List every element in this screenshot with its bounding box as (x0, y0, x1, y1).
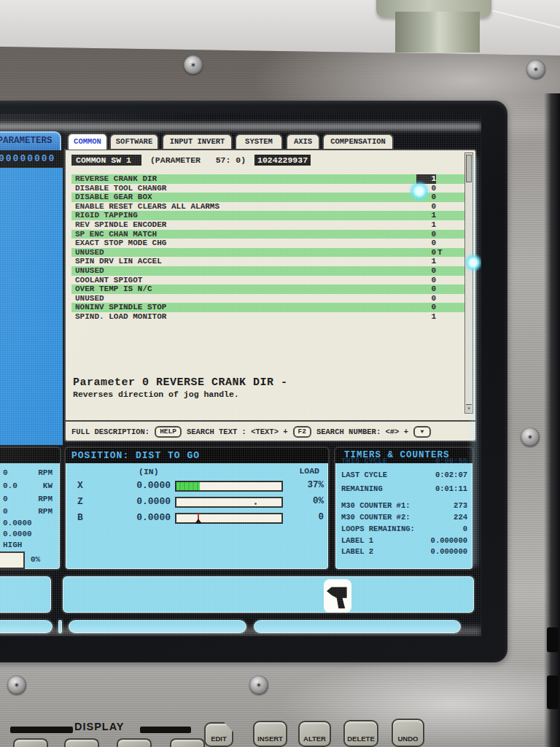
display-key[interactable] (170, 738, 205, 747)
param-value: 0 (385, 285, 436, 294)
spindle-panel: 0RPM 0.0KW 0RPM 0RPM 0.0000 0.0000 HIGH … (0, 446, 61, 570)
param-label: SPIND. LOAD MONITOR (75, 312, 166, 321)
spindle-load-meter (0, 551, 25, 569)
light-reflection (409, 181, 429, 201)
screw-icon: ✶ (526, 60, 545, 79)
param-row[interactable]: ENABLE RESET CLEARS ALL ALARMS0 (71, 202, 471, 212)
param-label: EXACT STOP MODE CHG (75, 239, 166, 247)
screw-icon: ✶ (7, 676, 26, 694)
timer-value: 224 (454, 513, 467, 522)
tab-axis[interactable]: AXIS (286, 133, 320, 149)
param-row[interactable]: SPIN DRV LIN ACCEL1 (71, 257, 471, 266)
param-row[interactable]: COOLANT SPIGOT0 (71, 276, 471, 285)
tab-common[interactable]: COMMON (67, 133, 108, 150)
timer-label: THIS CYCLE (341, 457, 387, 465)
input-bar[interactable] (61, 575, 475, 614)
tab-system[interactable]: SYSTEM (235, 133, 283, 149)
param-row[interactable]: SPIND. LOAD MONITOR1 (71, 312, 471, 322)
timer-label: M30 COUNTER #1: (341, 501, 411, 510)
spindle-value: 0.0000 (3, 519, 32, 527)
param-row[interactable]: NONINV SPINDLE STOP0 (71, 303, 471, 312)
spindle-unit: RPM (38, 468, 52, 477)
axis-letter: X (77, 480, 83, 491)
param-row[interactable]: REVERSE CRANK DIR1 (71, 174, 471, 184)
param-row[interactable]: UNUSED0 (71, 266, 471, 276)
spindle-row: 0.0000 (0, 530, 60, 541)
param-note: T (438, 248, 452, 258)
search-number-label: SEARCH NUMBER: <#> + (316, 427, 408, 436)
timer-row: LAST CYCLE0:02:07 (335, 471, 472, 481)
param-row[interactable]: UNUSED0 (71, 294, 471, 303)
spindle-value: 0.0000 (3, 530, 32, 538)
load-bar-fill (176, 482, 200, 490)
param-value: 1 (385, 312, 436, 322)
position-panel: POSITION: DIST TO GO (IN) LOAD X 0.0000 … (64, 446, 330, 570)
axis-row-b: B 0.0000 0 (66, 512, 328, 527)
alter-key[interactable]: ALTER (298, 721, 331, 747)
undo-key[interactable]: UNDO (392, 719, 424, 747)
param-label: ENABLE RESET CLEARS ALL ALARMS (75, 202, 219, 211)
param-label: NONINV SPINDLE STOP (75, 303, 166, 311)
timer-row: LABEL 10.000000 (335, 536, 472, 546)
param-row[interactable]: UNUSED0T (71, 248, 471, 258)
drill-icon-glyph (327, 584, 349, 608)
screw-icon: ✶ (184, 55, 203, 74)
timer-value: 0:00:55 (435, 457, 467, 465)
axis-row-x: X 0.0000 37% (66, 480, 328, 495)
load-marker (198, 514, 199, 522)
display-key[interactable] (117, 738, 152, 747)
param-row[interactable]: EXACT STOP MODE CHG0 (71, 239, 471, 248)
cnc-pendant: ✶ ✶ ✶ ✶ ✶ PARAMETERS 00000000 0RPM 0.0KW… (0, 0, 560, 747)
load-header: LOAD (299, 466, 319, 476)
param-info: (PARAMETER 57: 0) (150, 155, 246, 165)
mounting-pole (395, 12, 480, 53)
spindle-unit: RPM (38, 507, 52, 516)
backlight-glow (0, 123, 481, 130)
parameter-window-header: COMMON SW 1 (PARAMETER 57: 0) 1024229937 (71, 154, 311, 166)
timer-row: REMAINING0:01:11 (335, 484, 472, 495)
axis-value: 0.0000 (104, 480, 171, 491)
insert-key[interactable]: INSERT (253, 721, 287, 747)
drill-icon (324, 579, 351, 613)
timer-value: 0 (463, 525, 467, 533)
full-description-label: FULL DESCRIPTION: (71, 427, 149, 436)
param-row[interactable]: OVER TEMP IS N/C0 (71, 285, 471, 294)
units-header: (IN) (139, 467, 159, 476)
tab-compensation[interactable]: COMPENSATION (322, 133, 394, 149)
edge-connector (547, 676, 559, 709)
spindle-unit: RPM (38, 495, 52, 503)
search-text-label: SEARCH TEXT : <TEXT> + (187, 427, 288, 436)
timer-value: 0:02:07 (435, 471, 467, 479)
param-label: UNUSED (75, 294, 104, 303)
display-key[interactable] (13, 738, 48, 747)
timer-row: M30 COUNTER #2:224 (335, 513, 472, 523)
param-value: 1 (385, 257, 436, 266)
param-label: DISABLE GEAR BOX (75, 193, 152, 201)
spindle-row: 0RPM (0, 468, 60, 480)
description-body: Reverses direction of jog handle. (73, 390, 288, 399)
axis-letter: Z (77, 496, 83, 507)
delete-key[interactable]: DELETE (343, 720, 378, 747)
load-value: 37% (283, 480, 324, 490)
tab-input-invert[interactable]: INPUT INVERT (162, 133, 233, 149)
light-reflection (464, 254, 481, 271)
timer-value: 0.000000 (431, 547, 467, 556)
spindle-value: 0 (3, 495, 8, 503)
param-row[interactable]: REV SPINDLE ENCODER1 (71, 220, 471, 230)
tab-software[interactable]: SOFTWARE (109, 133, 159, 149)
param-row[interactable]: SP ENC CHAN MATCH0 (71, 230, 471, 239)
timer-value: 0.000000 (431, 536, 467, 545)
timer-row: LOOPS REMAINING:0 (335, 525, 472, 535)
param-row[interactable]: RIGID TAPPING1 (71, 211, 471, 220)
param-value: 0 (385, 202, 436, 212)
timer-row: M30 COUNTER #1:273 (335, 501, 472, 511)
tab-parameters-window[interactable]: PARAMETERS (0, 131, 61, 150)
display-section-label: DISPLAY (74, 721, 125, 732)
display-key[interactable] (64, 738, 99, 747)
f2-button[interactable]: F2 (293, 426, 311, 438)
timer-row: THIS CYCLE0:00:55 (335, 457, 472, 467)
help-button[interactable]: HELP (155, 426, 182, 438)
cursor-down-arrow-button[interactable]: ▼ (413, 426, 431, 438)
axis-value: 0.0000 (104, 496, 171, 507)
param-value: 1 (385, 211, 436, 220)
